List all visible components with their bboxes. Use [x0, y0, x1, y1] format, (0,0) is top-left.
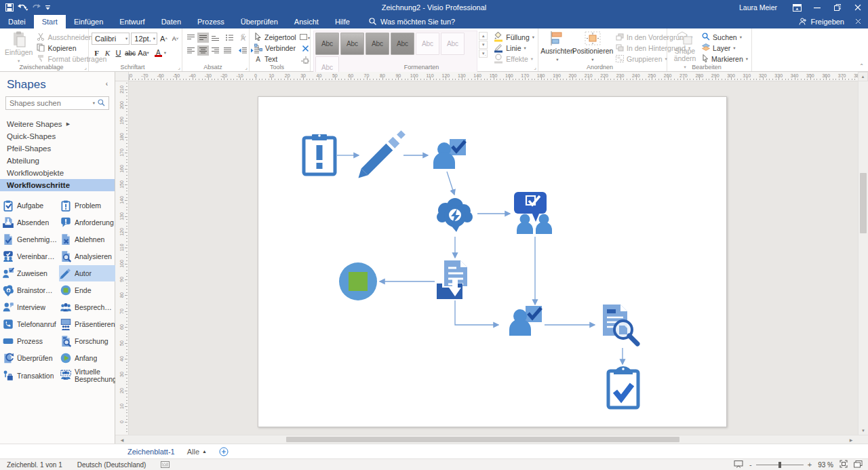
- strikethrough-button[interactable]: abc: [124, 47, 136, 58]
- clipboard-dialog-launcher[interactable]: ⌟: [84, 64, 87, 71]
- shape-aufgabe[interactable]: [608, 366, 638, 408]
- macro-record-icon[interactable]: [161, 461, 170, 468]
- shape-zuweisen[interactable]: [433, 139, 466, 169]
- stencil-abteilung[interactable]: Abteilung: [0, 155, 115, 167]
- shape-master-problem[interactable]: Problem: [59, 197, 117, 214]
- all-pages-button[interactable]: Alle▲: [187, 448, 207, 456]
- font-dialog-launcher[interactable]: ⌟: [178, 64, 180, 71]
- shape-master-praesentieren[interactable]: Präsentieren: [59, 316, 117, 332]
- zoom-slider-track[interactable]: [756, 465, 804, 465]
- tab-datei[interactable]: Datei: [0, 15, 34, 28]
- layers-button[interactable]: Layer▾: [700, 43, 750, 54]
- shape-style-swatch[interactable]: Abc: [416, 33, 439, 55]
- zoom-slider-thumb[interactable]: [778, 462, 781, 468]
- shape-style-swatch[interactable]: Abc: [315, 33, 339, 55]
- italic-button[interactable]: K: [102, 47, 113, 58]
- tab-überprüfen[interactable]: Überprüfen: [233, 15, 286, 28]
- shape-style-swatch[interactable]: Abc: [366, 33, 389, 55]
- shape-brainstorming[interactable]: [437, 198, 473, 232]
- tab-einfügen[interactable]: Einfügen: [66, 15, 111, 28]
- shrink-font-button[interactable]: A˅: [170, 33, 180, 44]
- shape-master-forschung[interactable]: Forschung: [59, 333, 117, 349]
- document-close-icon[interactable]: [855, 18, 861, 26]
- align-right-icon[interactable]: [210, 45, 221, 56]
- scroll-up-icon[interactable]: ▲: [858, 72, 868, 81]
- stencil-weitere-shapes[interactable]: Weitere Shapes▶: [0, 118, 115, 130]
- collapse-ribbon-icon[interactable]: ⌃: [859, 63, 864, 69]
- gallery-down-icon[interactable]: ▼: [479, 41, 488, 49]
- presentation-mode-icon[interactable]: [734, 461, 743, 469]
- shape-master-vereinbarung[interactable]: Vereinbarung: [1, 248, 59, 265]
- decrease-indent-icon[interactable]: [237, 45, 248, 56]
- change-shape-button[interactable]: Shape ändern ▾: [670, 31, 700, 71]
- shapes-search-input[interactable]: Shapes suchen ▾: [5, 96, 109, 110]
- text-tool-button[interactable]: A Text: [252, 54, 298, 64]
- align-center-icon[interactable]: [197, 45, 209, 56]
- align-left-icon[interactable]: [185, 45, 197, 56]
- stencil-quick-shapes[interactable]: Quick-Shapes: [0, 130, 115, 142]
- fit-page-icon[interactable]: [840, 460, 848, 469]
- minimize-button[interactable]: [807, 0, 827, 15]
- redo-icon[interactable]: [33, 4, 41, 12]
- shape-forschung[interactable]: [603, 305, 637, 344]
- connection-point-tool-icon[interactable]: [300, 43, 311, 54]
- effects-button[interactable]: Effekte▾: [492, 54, 536, 64]
- shape-ende[interactable]: [339, 262, 377, 300]
- shape-master-brainstorm[interactable]: Brainstorming: [1, 282, 59, 298]
- shape-master-zuweisen[interactable]: Zuweisen: [1, 265, 59, 281]
- fill-button[interactable]: Füllung▾: [492, 32, 536, 43]
- shape-style-swatch[interactable]: Abc: [391, 33, 414, 55]
- tell-me-search[interactable]: Was möchten Sie tun?: [362, 15, 462, 28]
- shape-master-anfang[interactable]: Anfang: [59, 350, 117, 366]
- shape-master-ende[interactable]: Ende: [59, 282, 117, 298]
- shapes-search-icon[interactable]: [98, 99, 105, 108]
- shape-master-analysieren[interactable]: Analysieren: [59, 248, 117, 265]
- qat-customize-icon[interactable]: [45, 5, 51, 11]
- shape-master-transaktion[interactable]: Transaktion: [1, 367, 59, 385]
- zoom-level[interactable]: 93 %: [818, 461, 833, 469]
- paragraph-dialog-launcher[interactable]: ⌟: [245, 64, 248, 71]
- shape-master-anforderung[interactable]: Anforderung: [59, 214, 117, 231]
- gallery-more-icon[interactable]: ▼̱: [479, 50, 488, 58]
- align-top-icon[interactable]: [185, 33, 197, 43]
- close-button[interactable]: [848, 0, 868, 15]
- shape-master-ablehnen[interactable]: Ablehnen: [59, 231, 117, 248]
- bullets-icon[interactable]: [224, 33, 235, 43]
- font-family-combobox[interactable]: Calibri▾: [92, 33, 130, 45]
- tab-ansicht[interactable]: Ansicht: [286, 15, 327, 28]
- tab-start[interactable]: Start: [34, 15, 66, 28]
- connector[interactable]: [447, 172, 454, 195]
- shape-problem[interactable]: [304, 134, 335, 174]
- line-button[interactable]: Linie▾: [492, 43, 536, 54]
- shape-master-aufgabe[interactable]: Aufgabe: [1, 197, 59, 214]
- ribbon-display-options-icon[interactable]: [787, 0, 807, 15]
- shape-master-besprechung[interactable]: Besprechung: [59, 299, 117, 315]
- stencil-workflowobjekte[interactable]: Workflowobjekte: [0, 167, 115, 179]
- justify-icon[interactable]: [222, 45, 233, 56]
- undo-icon[interactable]: ▾: [18, 4, 28, 12]
- save-icon[interactable]: [5, 3, 14, 12]
- collapse-panel-icon[interactable]: ‹: [106, 80, 108, 87]
- textblock-tool-icon[interactable]: [300, 55, 311, 65]
- add-page-button[interactable]: [219, 447, 229, 456]
- align-button[interactable]: Ausrichten ▾: [541, 31, 574, 64]
- language-indicator[interactable]: Deutsch (Deutschland): [77, 461, 146, 469]
- font-size-combobox[interactable]: 12pt.▾: [131, 33, 157, 45]
- grow-font-button[interactable]: A˄: [159, 33, 169, 44]
- shape-master-genehmigen[interactable]: Genehmigen: [1, 231, 59, 248]
- stencil-workflowschritte[interactable]: Workflowschritte: [0, 179, 115, 191]
- bold-button[interactable]: F: [92, 47, 102, 58]
- scroll-down-icon[interactable]: ▼: [859, 426, 868, 435]
- shape-master-telefon[interactable]: Telefonanruf: [1, 316, 59, 332]
- share-button[interactable]: Freigeben: [799, 18, 844, 26]
- text-direction-icon[interactable]: A: [238, 33, 250, 43]
- vertical-scroll-thumb[interactable]: [860, 173, 867, 233]
- scroll-left-icon[interactable]: ◀: [115, 435, 129, 444]
- gallery-up-icon[interactable]: ▲: [479, 32, 488, 40]
- shape-master-virtuell[interactable]: Virtuelle Besprechung: [59, 367, 117, 385]
- shape-absenden[interactable]: [437, 260, 467, 299]
- horizontal-scroll-thumb[interactable]: [286, 437, 679, 442]
- position-button[interactable]: Positionieren ▾: [574, 31, 612, 64]
- find-button[interactable]: Suchen▾: [700, 32, 750, 43]
- tab-daten[interactable]: Daten: [153, 15, 189, 28]
